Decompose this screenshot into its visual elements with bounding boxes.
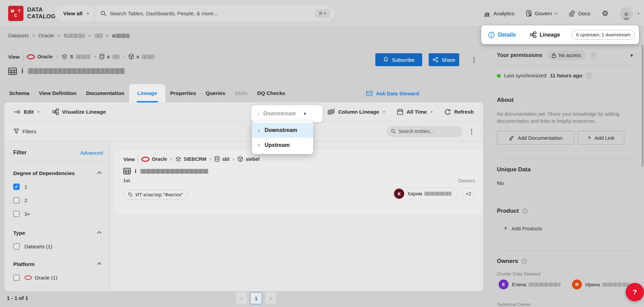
owner-chip[interactable]: К Карим	[392, 187, 457, 200]
cluster-tag[interactable]: ИТ-кластер "Финтех"	[123, 190, 188, 199]
menu-item-upstream[interactable]: ↑ Upstream	[252, 138, 313, 153]
breadcrumb-datasets[interactable]: Datasets	[8, 33, 29, 39]
help-button[interactable]: ?	[626, 283, 644, 301]
layers-icon	[61, 54, 68, 60]
breadcrumb-current: s	[112, 33, 129, 39]
global-search-bar: View all ▾ ⌘ K	[55, 6, 334, 21]
database-crumb[interactable]: s	[99, 54, 120, 60]
advanced-filters-link[interactable]: Advanced	[80, 150, 103, 156]
refresh-button[interactable]: Refresh	[445, 109, 474, 115]
table-icon	[8, 68, 17, 75]
schema-crumb[interactable]: SIEBCRM	[175, 156, 207, 162]
lineage-tab[interactable]: Lineage	[530, 32, 560, 38]
checkbox[interactable]	[13, 243, 20, 250]
top-navbar: М Т С DATA CATALOG View all ▾ ⌘ K	[0, 0, 644, 27]
tab-dq-checks[interactable]: DQ Checks	[252, 84, 290, 102]
more-owners-button[interactable]: +2	[462, 187, 475, 200]
checkbox[interactable]	[13, 197, 20, 204]
nav-govern[interactable]: Govern	[526, 10, 558, 17]
tab-view-definition[interactable]: View Definition	[34, 84, 81, 102]
owner-chip[interactable]: Е Елена	[497, 278, 566, 291]
more-actions-kebab[interactable]: ⋮	[471, 56, 477, 64]
view-type-label: View	[123, 156, 135, 162]
bar-chart-icon	[484, 11, 490, 17]
node-title-prefix: i	[135, 168, 136, 174]
tab-schema[interactable]: Schema	[4, 84, 34, 102]
edit-lineage-button[interactable]: Edit ▾	[14, 109, 39, 115]
share-button[interactable]: Share	[429, 53, 459, 66]
object-crumb[interactable]: s	[128, 54, 155, 60]
database-crumb[interactable]: sbl	[214, 156, 229, 162]
help-tooltip-icon[interactable]: ?	[590, 52, 596, 58]
global-search-input[interactable]	[110, 11, 312, 17]
scrollbar-thumb[interactable]	[642, 45, 643, 167]
details-tab[interactable]: Details	[488, 32, 516, 38]
divider	[497, 159, 638, 159]
prev-page-button[interactable]: ‹	[236, 292, 247, 304]
arrow-up-icon: ↑	[257, 142, 260, 148]
breadcrumb-separator: >	[57, 33, 60, 38]
current-page-button[interactable]: 1	[250, 292, 262, 304]
platform-crumb[interactable]: Oracle	[27, 54, 53, 59]
help-tooltip-icon[interactable]: ?	[586, 73, 592, 79]
plus-icon: +	[588, 134, 591, 141]
nav-docs[interactable]: Docs	[569, 10, 590, 17]
chevron-separator: ›	[170, 156, 172, 162]
filter-option-degree-3plus[interactable]: 3+	[13, 211, 103, 217]
visualize-lineage-button[interactable]: Visualize Lineage	[52, 109, 106, 115]
clock-icon	[521, 258, 527, 264]
lineage-node-card[interactable]: View Oracle › SIEBCRM	[115, 150, 483, 213]
permissions-row[interactable]: Your permissions No access ? ▼	[497, 50, 634, 60]
tab-lineage[interactable]: Lineage	[129, 84, 165, 102]
nav-analytics[interactable]: Analytics	[484, 11, 515, 17]
checkbox-checked[interactable]: ✓	[13, 184, 20, 190]
checkbox[interactable]	[13, 274, 20, 281]
column-lineage-button[interactable]: Column Lineage ▾	[328, 109, 385, 115]
add-products-button[interactable]: + Add Products	[497, 225, 634, 232]
user-menu[interactable]: ▾	[620, 7, 639, 20]
filter-option-degree-1[interactable]: ✓ 1	[13, 184, 103, 190]
column-lineage-icon	[328, 109, 335, 115]
filter-group-type[interactable]: Type	[13, 230, 103, 236]
checkbox[interactable]	[13, 211, 20, 217]
time-range-button[interactable]: All Time ▾	[397, 109, 433, 115]
tab-documentation[interactable]: Documentation	[81, 84, 129, 102]
breadcrumb-oracle[interactable]: Oracle	[38, 33, 54, 39]
lock-icon	[552, 53, 556, 58]
collapse-caret-icon[interactable]: ▼	[629, 53, 634, 58]
filter-option-datasets[interactable]: Datasets (1)	[13, 243, 103, 250]
filter-group-degree[interactable]: Degree of Dependencies	[13, 170, 103, 176]
subscribe-button[interactable]: Subscribe	[375, 53, 422, 66]
gear-icon[interactable]: ⚙	[602, 10, 609, 17]
entity-search-input[interactable]	[398, 129, 449, 134]
app-title: DATA CATALOG	[27, 6, 56, 20]
access-badge: No access	[547, 50, 586, 60]
filter-option-degree-2[interactable]: 2	[13, 197, 103, 204]
filter-group-platform[interactable]: Platform	[13, 261, 103, 267]
filter-option-oracle[interactable]: Oracle (1)	[13, 274, 103, 281]
direction-dropdown-trigger[interactable]: ↓ Downstream ▼	[251, 105, 323, 122]
owner-chip[interactable]: И Ирина	[570, 278, 635, 291]
tab-queries[interactable]: Queries	[201, 84, 230, 102]
ask-data-steward-link[interactable]: Ask Data Steward	[366, 84, 419, 102]
mtc-logo[interactable]: М Т С	[8, 6, 23, 21]
schema-crumb[interactable]: S	[61, 54, 91, 60]
add-documentation-button[interactable]: Add Documentation	[497, 131, 574, 145]
filters-button[interactable]: Filters	[14, 129, 36, 134]
menu-item-downstream[interactable]: ↓ Downstream	[252, 123, 313, 138]
chevron-up-icon	[97, 171, 102, 176]
filters-kebab[interactable]: ⋮	[468, 128, 475, 135]
arrow-down-icon: ↓	[257, 127, 260, 133]
search-icon	[391, 129, 396, 134]
chevron-separator: ›	[56, 53, 58, 60]
tab-properties[interactable]: Properties	[165, 84, 201, 102]
redacted-text	[28, 68, 125, 74]
add-link-button[interactable]: + Add Link	[578, 131, 624, 145]
object-crumb[interactable]: siebel	[237, 156, 260, 162]
scope-selector[interactable]: View all ▾	[55, 6, 95, 21]
breadcrumb-schema[interactable]: S	[64, 33, 85, 39]
node-title[interactable]: i	[123, 168, 475, 174]
about-actions: Add Documentation + Add Link	[497, 131, 634, 145]
platform-crumb[interactable]: Oracle	[141, 156, 167, 162]
next-page-button[interactable]: ›	[265, 292, 276, 304]
